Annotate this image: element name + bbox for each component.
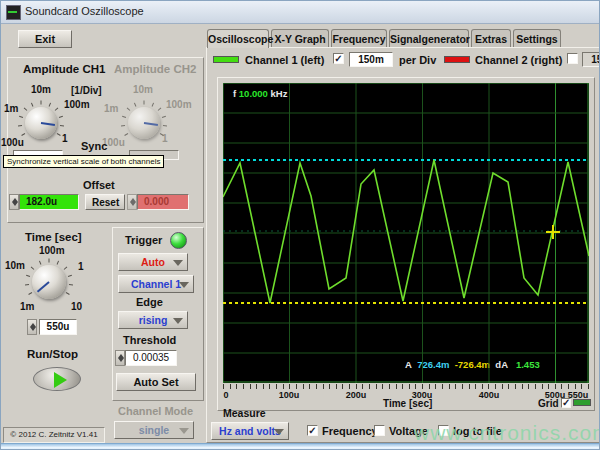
trigger-edge-dropdown[interactable]: rising [118, 311, 188, 329]
offset-ch1-spinner[interactable] [9, 194, 19, 210]
frequency-checkbox[interactable]: ✓ [307, 425, 318, 436]
channel1-color-swatch [213, 56, 239, 63]
tab-frequency[interactable]: Frequency [331, 29, 387, 47]
frequency-label: Frequency [322, 425, 378, 437]
chevron-down-icon [274, 429, 284, 435]
ch2-scale-100m: 100m [166, 99, 192, 110]
play-icon [54, 372, 67, 388]
channel-mode-value: single [139, 424, 169, 436]
trigger-mode-dropdown[interactable]: Auto [118, 253, 188, 271]
time-scale-1: 1 [78, 261, 84, 272]
threshold-value[interactable]: 0.00035 [125, 350, 177, 366]
channel2-label: Channel 2 (right) [475, 54, 562, 66]
window-title: Soundcard Oszilloscope [25, 5, 144, 17]
run-stop-label: Run/Stop [27, 348, 78, 360]
x-tick-400u: 400u [474, 390, 504, 400]
chevron-down-icon [179, 428, 189, 434]
time-label: Time [sec] [25, 231, 82, 243]
ch2-scale-1m: 1m [104, 103, 118, 114]
measure-mode-value: Hz and volts [219, 425, 281, 437]
ch1-scale-10m: 10m [31, 84, 51, 95]
channel1-per-div-label: per Div [399, 54, 436, 66]
trigger-source-value: Channel 1 [131, 278, 181, 290]
app-window: Soundcard Oszilloscope Exit Amplitude CH… [0, 0, 600, 450]
channel-mode-dropdown: single [114, 421, 194, 439]
chevron-down-icon [173, 260, 183, 266]
auto-set-button[interactable]: Auto Set [116, 373, 196, 391]
oscilloscope-display[interactable]: f 10.000 kHz A 726.4m -726.4m dA 1.453 [223, 83, 589, 383]
time-spinner[interactable] [27, 319, 37, 335]
time-value[interactable]: 550u [39, 319, 77, 335]
time-scale-1m: 1m [20, 301, 34, 312]
channel1-label: Channel 1 (left) [245, 54, 324, 66]
ch1-scale-100u: 100u [1, 137, 24, 148]
threshold-label: Threshold [123, 334, 176, 346]
watermark-text: www.cntronics.com [414, 421, 600, 445]
channel1-per-div-value[interactable]: 150m [349, 52, 393, 67]
ch2-scale-10m: 10m [133, 84, 153, 95]
offset-reset-button[interactable]: Reset [85, 194, 125, 210]
ch1-scale-100m: 100m [64, 99, 90, 110]
time-knob[interactable] [32, 265, 66, 299]
threshold-spinner[interactable] [115, 350, 125, 366]
channel2-color-swatch [444, 56, 470, 63]
exit-button[interactable]: Exit [18, 30, 72, 48]
offset-ch2-value: 0.000 [137, 194, 189, 210]
tab-signalgenerator[interactable]: Signalgenerator [389, 29, 469, 47]
offset-ch1-value[interactable]: 182.0u [19, 194, 79, 210]
amplitude-ch2-label: Amplitude CH2 [114, 63, 196, 75]
chevron-down-icon [173, 318, 183, 324]
amplitude-unit-label: [1/Div] [71, 85, 102, 96]
voltage-checkbox[interactable] [374, 425, 385, 436]
edge-label: Edge [136, 296, 163, 308]
tab-xy-graph[interactable]: X-Y Graph [271, 29, 329, 47]
x-tick-0: 0 [211, 390, 241, 400]
grid-label: Grid [538, 398, 559, 409]
title-bar[interactable]: Soundcard Oszilloscope [1, 1, 599, 24]
ch1-scale-1m: 1m [4, 103, 18, 114]
x-tick-200u: 200u [341, 390, 371, 400]
x-axis-title: Time [sec] [383, 398, 432, 409]
sync-tooltip: Synchronize vertical scale of both chann… [3, 155, 164, 168]
ch2-knob-needle [144, 122, 158, 126]
trigger-label: Trigger [125, 234, 162, 246]
x-tick-100u: 100u [274, 390, 304, 400]
channel2-checkbox[interactable] [567, 53, 578, 64]
amplitude-ch2-knob[interactable] [128, 107, 160, 139]
amplitude-ch1-label: Amplitude CH1 [23, 63, 105, 75]
chevron-down-icon [179, 282, 189, 288]
measure-mode-dropdown[interactable]: Hz and volts [211, 422, 289, 440]
grid-checkbox[interactable]: ✓ [561, 398, 571, 408]
offset-ch2-spinner [127, 194, 137, 210]
trigger-led [170, 232, 187, 249]
tab-oscilloscope[interactable]: Oscilloscope [207, 29, 269, 48]
offset-label: Offset [83, 179, 115, 191]
trigger-source-dropdown[interactable]: Channel 1 [118, 275, 194, 293]
time-scale-10: 10 [71, 301, 82, 312]
trigger-mode-value: Auto [141, 256, 165, 268]
app-icon [6, 5, 21, 20]
channel-mode-label: Channel Mode [118, 405, 193, 417]
amplitude-ch1-knob[interactable] [25, 107, 57, 139]
tab-extras[interactable]: Extras [471, 29, 511, 47]
channel1-checkbox[interactable]: ✓ [333, 53, 344, 64]
ch1-scale-1: 1 [62, 133, 68, 144]
time-scale-10m: 10m [5, 260, 25, 271]
grid-color-swatch [573, 399, 591, 406]
trigger-edge-value: rising [139, 314, 168, 326]
channel2-per-div-value[interactable]: 150m [582, 52, 600, 67]
tab-settings[interactable]: Settings [513, 29, 561, 47]
copyright-text: © 2012 C. Zeitnitz V1.41 [3, 427, 105, 443]
time-knob-needle [37, 281, 50, 292]
measure-label: Measure [223, 407, 266, 419]
run-stop-button[interactable] [33, 367, 81, 391]
ch1-knob-needle [41, 122, 55, 126]
time-scale-100m: 100m [39, 245, 65, 256]
sync-label: Sync [81, 140, 107, 152]
